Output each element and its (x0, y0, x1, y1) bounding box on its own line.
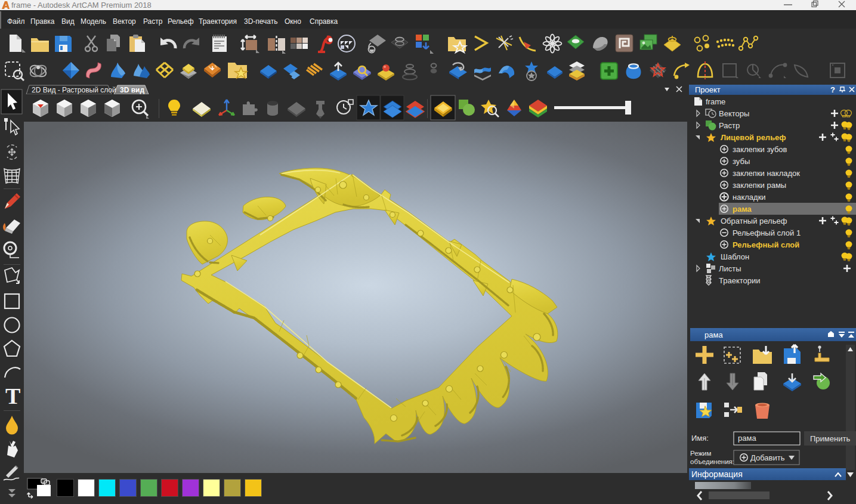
svg-text:Шаблон: Шаблон (721, 252, 749, 261)
svg-text:frame: frame (706, 97, 725, 106)
svg-text:Режим: Режим (690, 450, 712, 457)
svg-text:заклепки накладок: заклепки накладок (733, 169, 800, 178)
svg-text:Добавить: Добавить (750, 453, 785, 462)
svg-text:Траектории: Траектории (719, 276, 761, 285)
svg-text:T: T (5, 384, 20, 409)
svg-text:Рельефный слой 1: Рельефный слой 1 (733, 228, 801, 237)
svg-text:заклепки рамы: заклепки рамы (733, 181, 786, 190)
svg-text:Лицевой рельеф: Лицевой рельеф (721, 133, 786, 142)
svg-text:?: ? (830, 85, 835, 94)
svg-text:зубы: зубы (733, 157, 750, 166)
svg-text:Обратный рельеф: Обратный рельеф (721, 217, 787, 225)
svg-text:Информация: Информация (691, 469, 743, 479)
svg-text:Применить: Применить (810, 434, 850, 443)
svg-text:рама: рама (733, 205, 752, 214)
svg-text:2D Вид - Растровый слой: 2D Вид - Растровый слой (32, 86, 116, 94)
svg-text:Рельефный слой: Рельефный слой (733, 240, 799, 249)
svg-text:Имя:: Имя: (691, 434, 709, 443)
svg-text:Проект: Проект (695, 85, 721, 94)
svg-text:рама: рама (704, 330, 723, 339)
svg-text:Растр: Растр (719, 121, 740, 130)
svg-text:Векторы: Векторы (719, 109, 749, 118)
svg-text:накладки: накладки (733, 193, 766, 202)
svg-text:заклепки зубов: заклепки зубов (733, 145, 787, 154)
svg-text:рама: рама (738, 434, 756, 443)
svg-text:Листы: Листы (719, 264, 741, 273)
svg-text:3D вид: 3D вид (120, 86, 144, 94)
svg-text:объединения:: объединения: (690, 458, 734, 465)
